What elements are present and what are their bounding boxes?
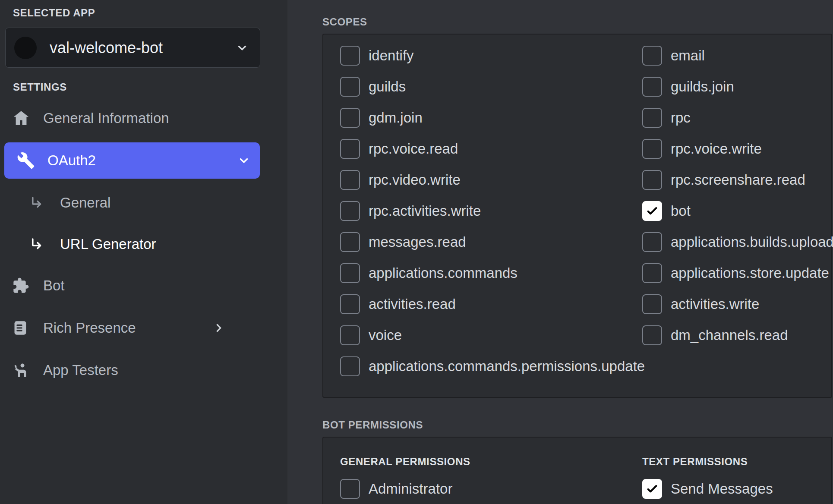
scope-activities-write[interactable]: activities.write xyxy=(642,289,831,320)
scope-applications-commands[interactable]: applications.commands xyxy=(340,258,642,289)
scope-voice[interactable]: voice xyxy=(340,320,642,351)
person-wave-icon xyxy=(12,362,30,379)
home-icon xyxy=(12,109,30,127)
scope-bot[interactable]: bot xyxy=(642,195,831,227)
checkbox-applications-builds-upload[interactable] xyxy=(642,232,662,252)
settings-heading: SETTINGS xyxy=(13,81,67,93)
puzzle-icon xyxy=(12,277,29,294)
sidebar-item-oauth2-general[interactable]: General xyxy=(0,182,261,224)
scope-label: gdm.join xyxy=(369,110,423,126)
wrench-icon xyxy=(17,151,35,170)
scope-email[interactable]: email xyxy=(642,40,831,71)
sidebar-item-label: URL Generator xyxy=(60,236,156,252)
scope-label: rpc.video.write xyxy=(369,172,461,188)
check-icon xyxy=(646,482,659,495)
app-select-dropdown[interactable]: val-welcome-bot xyxy=(5,28,260,68)
checkbox-guilds[interactable] xyxy=(340,77,360,97)
sub-arrow-icon xyxy=(28,236,44,252)
scope-label: rpc.voice.read xyxy=(369,141,458,157)
checkbox-rpc-voice-write[interactable] xyxy=(642,139,662,159)
scope-row: rpc.video.write rpc.screenshare.read xyxy=(340,164,831,195)
scope-label: guilds.join xyxy=(671,79,734,95)
checkbox-rpc-screenshare-read[interactable] xyxy=(642,170,662,190)
scope-rpc-activities-write[interactable]: rpc.activities.write xyxy=(340,195,642,227)
sidebar-item-label: General xyxy=(60,195,110,211)
scope-label: rpc xyxy=(671,110,691,126)
scope-label: email xyxy=(671,47,705,64)
chevron-down-icon xyxy=(237,154,250,167)
checkbox-activities-write[interactable] xyxy=(642,294,662,314)
checkbox-activities-read[interactable] xyxy=(340,294,360,314)
sidebar-item-rich-presence[interactable]: Rich Presence xyxy=(0,307,261,349)
checkbox-applications-commands[interactable] xyxy=(340,263,360,283)
scope-label: applications.commands xyxy=(369,265,517,281)
scope-rpc-video-write[interactable]: rpc.video.write xyxy=(340,164,642,195)
scope-rpc-voice-read[interactable]: rpc.voice.read xyxy=(340,133,642,164)
scope-row: gdm.join rpc xyxy=(340,102,831,133)
scope-dm-channels-read[interactable]: dm_channels.read xyxy=(642,320,831,351)
checkbox-identify[interactable] xyxy=(340,46,360,66)
document-icon xyxy=(12,319,28,337)
sidebar-item-app-testers[interactable]: App Testers xyxy=(0,350,261,391)
chevron-down-icon xyxy=(236,41,249,54)
checkbox-rpc-video-write[interactable] xyxy=(340,170,360,190)
check-icon xyxy=(646,205,659,217)
scope-label: applications.commands.permissions.update xyxy=(369,358,645,375)
checkbox-guilds-join[interactable] xyxy=(642,77,662,97)
scope-label: rpc.voice.write xyxy=(671,141,762,157)
checkbox-rpc[interactable] xyxy=(642,108,662,128)
scope-row: messages.read applications.builds.upload xyxy=(340,227,831,258)
scope-rpc-screenshare-read[interactable]: rpc.screenshare.read xyxy=(642,164,831,195)
app-select-value: val-welcome-bot xyxy=(50,39,236,57)
scope-row: voice dm_channels.read xyxy=(340,320,831,351)
scope-guilds[interactable]: guilds xyxy=(340,71,642,102)
scope-identify[interactable]: identify xyxy=(340,40,642,71)
checkbox-voice[interactable] xyxy=(340,325,360,345)
checkbox-messages-read[interactable] xyxy=(340,232,360,252)
bot-permissions-heading: BOT PERMISSIONS xyxy=(322,419,423,431)
scope-label: activities.read xyxy=(369,296,456,312)
scope-rpc[interactable]: rpc xyxy=(642,102,831,133)
scope-row: applications.commands.permissions.update xyxy=(340,351,831,382)
sidebar-item-url-generator[interactable]: URL Generator xyxy=(0,224,261,265)
scope-label: activities.write xyxy=(671,296,759,312)
scopes-heading: SCOPES xyxy=(322,16,367,28)
scope-messages-read[interactable]: messages.read xyxy=(340,227,642,258)
scope-row: applications.commands applications.store… xyxy=(340,258,831,289)
chevron-right-icon xyxy=(212,321,225,334)
scope-gdm-join[interactable]: gdm.join xyxy=(340,102,642,133)
scope-guilds-join[interactable]: guilds.join xyxy=(642,71,831,102)
sidebar-item-general-information[interactable]: General Information xyxy=(0,98,261,139)
scope-label: messages.read xyxy=(369,234,466,250)
permission-label: Administrator xyxy=(369,481,452,497)
sidebar-item-label: Bot xyxy=(43,277,65,294)
permission-label: Send Messages xyxy=(671,481,773,497)
checkbox-gdm-join[interactable] xyxy=(340,108,360,128)
permission-send-messages[interactable]: Send Messages xyxy=(642,472,831,504)
scope-applications-store-update[interactable]: applications.store.update xyxy=(642,258,831,289)
app-avatar xyxy=(14,37,37,59)
text-permissions-heading: TEXT PERMISSIONS xyxy=(642,456,831,468)
permission-administrator[interactable]: Administrator xyxy=(340,472,642,504)
checkbox-dm-channels-read[interactable] xyxy=(642,325,662,345)
sidebar-item-oauth2[interactable]: OAuth2 xyxy=(4,142,260,179)
scope-label: guilds xyxy=(369,79,406,95)
sidebar-item-bot[interactable]: Bot xyxy=(0,265,261,306)
scope-applications-commands-permissions-update[interactable]: applications.commands.permissions.update xyxy=(340,351,831,382)
sidebar-item-label: Rich Presence xyxy=(43,320,136,336)
checkbox-email[interactable] xyxy=(642,46,662,66)
scope-label: rpc.screenshare.read xyxy=(671,172,805,188)
checkbox-rpc-voice-read[interactable] xyxy=(340,139,360,159)
scope-rpc-voice-write[interactable]: rpc.voice.write xyxy=(642,133,831,164)
selected-app-heading: SELECTED APP xyxy=(13,7,95,19)
scope-activities-read[interactable]: activities.read xyxy=(340,289,642,320)
checkbox-administrator[interactable] xyxy=(340,479,360,499)
checkbox-applications-commands-permissions-update[interactable] xyxy=(340,356,360,376)
scope-applications-builds-upload[interactable]: applications.builds.upload xyxy=(642,227,833,258)
text-permissions-column: TEXT PERMISSIONS Send Messages xyxy=(642,456,831,504)
scope-label: voice xyxy=(369,327,402,343)
checkbox-bot[interactable] xyxy=(642,201,662,221)
checkbox-send-messages[interactable] xyxy=(642,479,662,499)
checkbox-applications-store-update[interactable] xyxy=(642,263,662,283)
checkbox-rpc-activities-write[interactable] xyxy=(340,201,360,221)
